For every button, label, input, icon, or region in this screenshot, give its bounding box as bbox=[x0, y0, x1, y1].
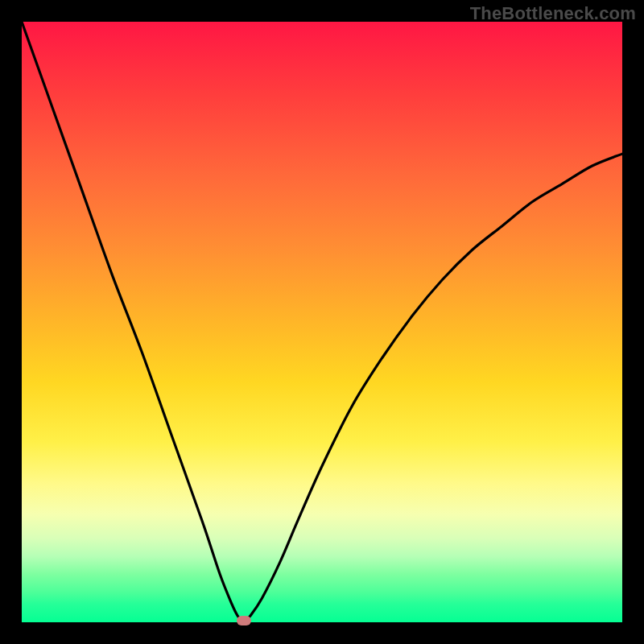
watermark-text: TheBottleneck.com bbox=[470, 3, 636, 24]
bottleneck-curve bbox=[22, 22, 622, 622]
optimal-marker bbox=[237, 616, 251, 625]
plot-area bbox=[22, 22, 622, 622]
chart-frame: TheBottleneck.com bbox=[0, 0, 644, 644]
